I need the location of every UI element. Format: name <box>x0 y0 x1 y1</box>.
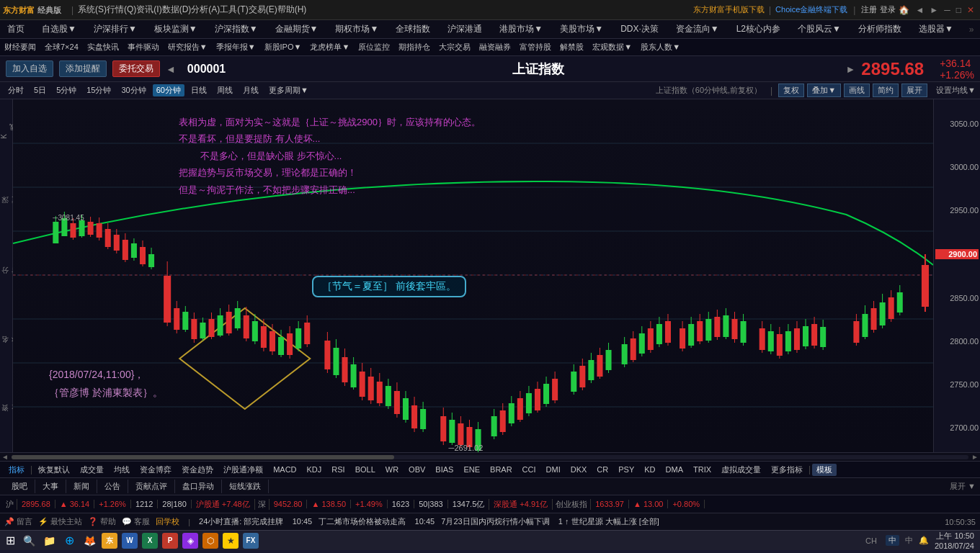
snav-margin[interactable]: 融资融券 <box>479 42 511 53</box>
snav-macro[interactable]: 宏观数据▼ <box>592 42 632 53</box>
excel-icon[interactable]: X <box>142 533 158 549</box>
nav-sector[interactable]: 板块监测▼ <box>151 22 200 37</box>
nav-l2[interactable]: L2核心内参 <box>734 22 783 37</box>
eastmoney-icon[interactable]: 东 <box>102 533 117 549</box>
snav-live[interactable]: 实盘快讯 <box>87 42 119 53</box>
tb-notify-icon[interactable]: 🔔 <box>919 536 929 545</box>
file-explorer-icon[interactable]: 📁 <box>41 533 57 549</box>
nav-stock-cloud[interactable]: 个股风云▼ <box>795 22 844 37</box>
ind-btn-capital[interactable]: 资金博弈 <box>135 464 176 476</box>
ind-btn-psy[interactable]: PSY <box>614 464 638 475</box>
search-taskbar-icon[interactable]: 🔍 <box>21 533 37 549</box>
nav-home[interactable]: 首页 <box>4 22 27 37</box>
ind-btn-template[interactable]: 模板 <box>812 464 837 476</box>
period-tick[interactable]: 分时 <box>4 84 27 96</box>
ind-btn-northflow[interactable]: 沪股通净额 <box>219 464 267 476</box>
chart-scrollbar[interactable]: ◄ ► <box>0 452 980 461</box>
snav-shareholders[interactable]: 股东人数▼ <box>641 42 680 53</box>
ind-btn-indicators[interactable]: 指标 <box>4 464 29 476</box>
period-30m[interactable]: 30分钟 <box>118 84 150 96</box>
ind-btn-cr[interactable]: CR <box>592 464 612 475</box>
start-button[interactable]: ⊞ <box>6 534 15 547</box>
nav-analyst[interactable]: 分析师指数 <box>855 22 904 37</box>
ind-btn-virtual-vol[interactable]: 虚拟成交量 <box>717 464 765 476</box>
ind-btn-boll[interactable]: BOLL <box>351 464 380 475</box>
ind-btn-cci[interactable]: CCI <box>518 464 540 475</box>
tb-lang-icon[interactable]: CH <box>865 536 877 545</box>
snav-futures[interactable]: 期指持仓 <box>398 42 430 53</box>
menu-data[interactable]: 数据(D) <box>162 4 192 16</box>
tb-ime2-label[interactable]: 中 <box>905 535 913 546</box>
app5-icon[interactable]: ◈ <box>182 533 198 549</box>
snav-dragon[interactable]: 龙虎榜单▼ <box>310 42 349 53</box>
app7-icon[interactable]: ★ <box>223 533 239 549</box>
nav-options[interactable]: 期权市场▼ <box>332 22 381 37</box>
add-watchlist-button[interactable]: 加入自选 <box>6 60 53 77</box>
menu-trade[interactable]: 交易(E) <box>249 4 277 16</box>
ind-btn-dma[interactable]: DMA <box>662 464 687 475</box>
sb-school[interactable]: 回学校 <box>156 516 179 527</box>
scroll-track[interactable] <box>12 455 968 459</box>
drawline-button[interactable]: 画线 <box>844 84 870 97</box>
scroll-left-arrow[interactable]: ◄ <box>1 453 9 461</box>
nav-hk[interactable]: 港股市场▼ <box>496 22 545 37</box>
sb-fastest[interactable]: ⚡ 最快主站 <box>38 516 82 527</box>
tab-disk-change[interactable]: 盘口异动 <box>175 480 222 493</box>
nav-finance[interactable]: 金融期货▼ <box>272 22 321 37</box>
menu-quote[interactable]: 行情(Q) <box>107 4 136 16</box>
snav-report[interactable]: 研究报告▼ <box>168 42 208 53</box>
ind-btn-ma[interactable]: 均线 <box>110 464 134 476</box>
ind-btn-rsi[interactable]: RSI <box>327 464 349 475</box>
tab-expand-btn[interactable]: 展开 ▼ <box>950 481 976 492</box>
scroll-thumb[interactable] <box>12 455 394 459</box>
period-more[interactable]: 更多周期▼ <box>265 84 312 96</box>
ind-btn-obv[interactable]: OBV <box>404 464 429 475</box>
trade-button[interactable]: 委托交易 <box>112 60 160 77</box>
login-link[interactable]: 登录 <box>880 4 896 15</box>
nav-index[interactable]: 沪深指数▼ <box>212 22 261 37</box>
fuquan-button[interactable]: 复权 <box>778 84 804 97</box>
firefox-icon[interactable]: 🦊 <box>81 533 97 549</box>
ind-btn-reset[interactable]: 恢复默认 <box>34 464 74 476</box>
word-icon[interactable]: W <box>122 533 138 549</box>
nav-watchlist[interactable]: 自选股▼ <box>39 22 79 37</box>
set-avg-label[interactable]: 设置均线▼ <box>936 85 976 96</box>
simple-button[interactable]: 简约 <box>873 84 899 97</box>
nav-ranking[interactable]: 沪深排行▼ <box>91 22 140 37</box>
tab-news[interactable]: 新闻 <box>66 480 97 493</box>
nav-connect[interactable]: 沪深港通 <box>445 22 485 37</box>
snav-ipo[interactable]: 新股IPO▼ <box>264 42 302 53</box>
tab-announcements[interactable]: 公告 <box>97 480 128 493</box>
menu-system[interactable]: 系统(S) <box>78 4 107 16</box>
ind-btn-more[interactable]: 更多指标 <box>767 464 807 476</box>
ind-btn-dmi[interactable]: DMI <box>542 464 565 475</box>
ind-btn-kdj[interactable]: KDJ <box>303 464 326 475</box>
period-weekly[interactable]: 周线 <box>213 84 236 96</box>
nav-global[interactable]: 全球指数 <box>393 22 433 37</box>
register-link[interactable]: 注册 <box>861 4 877 15</box>
snav-original[interactable]: 原位监控 <box>358 42 390 53</box>
prev-stock-arrow[interactable]: ◄ <box>166 63 176 75</box>
period-daily[interactable]: 日线 <box>187 84 210 96</box>
snav-richhold[interactable]: 富管持股 <box>520 42 551 53</box>
snav-global[interactable]: 全球7×24 <box>45 42 79 53</box>
snav-news[interactable]: 财经要闻 <box>4 42 36 53</box>
edge-icon[interactable]: ⊕ <box>61 533 77 549</box>
sb-help[interactable]: ❓ 帮助 <box>88 516 116 527</box>
snav-quarterly[interactable]: 季报年报▼ <box>216 42 256 53</box>
period-5d[interactable]: 5日 <box>30 84 50 96</box>
tab-contributions[interactable]: 贡献点评 <box>128 480 175 493</box>
snav-event[interactable]: 事件驱动 <box>128 42 159 53</box>
period-5m[interactable]: 5分钟 <box>53 84 80 96</box>
download2-link[interactable]: Choice金融终端下载 <box>775 4 847 15</box>
menu-analysis[interactable]: 分析(A) <box>191 4 220 16</box>
sb-service[interactable]: 💬 客服 <box>122 516 150 527</box>
menu-info[interactable]: 资讯(I) <box>136 4 161 16</box>
tab-events[interactable]: 大事 <box>35 480 66 493</box>
snav-bulk[interactable]: 大宗交易 <box>439 42 471 53</box>
ind-btn-wr[interactable]: WR <box>381 464 403 475</box>
add-alert-button[interactable]: 添加提醒 <box>59 60 107 77</box>
ppt-icon[interactable]: P <box>162 533 178 549</box>
ind-btn-brar[interactable]: BRAR <box>486 464 517 475</box>
ind-btn-dkx[interactable]: DKX <box>566 464 592 475</box>
